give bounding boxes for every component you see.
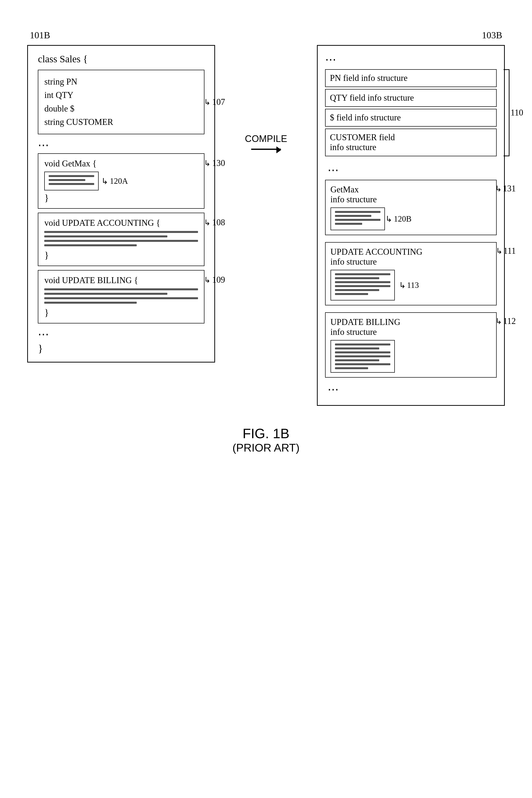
update-accounting-box: void UPDATE ACCOUNTING { } ↳ 108 <box>38 213 205 266</box>
diagram-area: 101B class Sales { string PN int QTY dou… <box>20 30 512 406</box>
label-109: ↳ 109 <box>204 275 225 285</box>
code-line <box>335 352 390 354</box>
code-line <box>335 219 380 221</box>
field-group-bracket <box>504 69 510 156</box>
code-line <box>44 231 198 233</box>
code-line <box>44 244 136 246</box>
update-billing-info-box: UPDATE BILLINGinfo structure ↳ 112 <box>325 312 497 378</box>
qty-field-info: QTY field info structure <box>325 89 497 107</box>
right-main-box: ⋯ PN field info structure QTY field info… <box>317 45 505 406</box>
code-line <box>44 293 167 295</box>
class-sales-box: class Sales { string PN int QTY double $… <box>27 45 215 362</box>
label-103b: 103B <box>482 30 502 41</box>
update-billing-info-title: UPDATE BILLINGinfo structure <box>330 317 491 337</box>
code-line <box>335 273 390 275</box>
code-line <box>49 183 94 185</box>
getmax-info-box: GetMaxinfo structure ↳ 120B ↳ 131 <box>325 180 497 235</box>
left-column: 101B class Sales { string PN int QTY dou… <box>27 30 215 362</box>
fields-text: string PN int QTY double $ string CUSTOM… <box>44 75 198 129</box>
accounting-info-code: ↳ 113 <box>330 270 395 301</box>
code-line <box>49 175 94 177</box>
code-line <box>335 355 390 357</box>
code-line <box>49 179 85 181</box>
compile-section: COMPILE <box>245 134 287 150</box>
customer-field-info: CUSTOMER fieldinfo structure <box>325 129 497 156</box>
update-accounting-title: void UPDATE ACCOUNTING { <box>44 218 198 228</box>
label-113: ↳ 113 <box>399 281 419 290</box>
class-closing: } <box>38 342 205 354</box>
getmax-info-title: GetMaxinfo structure <box>330 185 491 205</box>
code-line <box>335 211 380 213</box>
label-112: ↳ 112 <box>495 316 516 326</box>
label-111: ↳ 111 <box>496 246 516 256</box>
billing-info-code <box>330 340 395 373</box>
code-line <box>335 223 362 225</box>
code-line <box>44 302 136 304</box>
update-billing-box: void UPDATE BILLING { } ↳ 109 <box>38 270 205 323</box>
right-ellipsis-bottom: ⋯ <box>327 383 497 396</box>
compile-arrow <box>251 149 281 150</box>
label-120a: ↳ 120A <box>101 176 128 186</box>
left-ellipsis-2: ⋯ <box>38 327 205 341</box>
update-billing-title: void UPDATE BILLING { <box>44 276 198 285</box>
getmax-method-box: void GetMax { ↳ 120A } ↳ 130 <box>38 153 205 209</box>
class-title: class Sales { <box>38 53 205 65</box>
fields-inner-box: string PN int QTY double $ string CUSTOM… <box>38 70 205 134</box>
dollar-field-info: $ field info structure <box>325 109 497 127</box>
figure-label: FIG. 1B (PRIOR ART) <box>232 425 300 454</box>
code-line <box>335 347 379 349</box>
label-130: ↳ 130 <box>204 158 225 168</box>
getmax-code-box: ↳ 120A <box>44 172 99 190</box>
billing-code-lines <box>44 288 198 304</box>
label-120b: ↳ 120B <box>385 214 412 224</box>
label-108: ↳ 108 <box>204 217 225 228</box>
update-accounting-info-title: UPDATE ACCOUNTINGinfo structure <box>330 247 491 267</box>
code-line <box>335 289 379 291</box>
code-line <box>335 343 390 345</box>
right-ellipsis-top: ⋯ <box>325 53 497 66</box>
code-line <box>44 240 198 242</box>
getmax-info-code: ↳ 120B <box>330 208 385 230</box>
code-line <box>335 359 379 361</box>
field-group: PN field info structure QTY field info s… <box>325 69 497 156</box>
code-line <box>335 281 390 283</box>
compile-label: COMPILE <box>245 134 287 144</box>
code-line <box>44 235 167 238</box>
pn-field-info: PN field info structure <box>325 69 497 87</box>
code-line <box>335 293 368 295</box>
code-line <box>44 297 198 299</box>
right-column: 103B ⋯ PN field info structure QTY field… <box>317 30 505 406</box>
code-line <box>335 363 390 365</box>
code-line <box>335 285 390 287</box>
accounting-closing: } <box>44 250 198 261</box>
code-line <box>335 215 371 217</box>
label-131: ↳ 131 <box>495 184 516 194</box>
accounting-code-lines <box>44 231 198 246</box>
left-ellipsis-1: ⋯ <box>38 138 205 151</box>
code-line <box>335 277 379 279</box>
fig-subtitle: (PRIOR ART) <box>232 441 300 454</box>
billing-closing: } <box>44 307 198 318</box>
code-line <box>335 367 368 369</box>
arrow-icon <box>251 149 281 150</box>
getmax-closing: } <box>44 192 198 203</box>
label-107: ↳ 107 <box>204 97 225 107</box>
code-line <box>44 288 198 290</box>
right-ellipsis-mid1: ⋯ <box>327 163 497 176</box>
update-accounting-info-box: UPDATE ACCOUNTINGinfo structure ↳ 113 ↳ … <box>325 242 497 305</box>
getmax-title: void GetMax { <box>44 159 198 169</box>
label-110: 110 <box>511 108 523 118</box>
fig-number: FIG. 1B <box>232 425 300 441</box>
label-101b: 101B <box>30 30 50 41</box>
